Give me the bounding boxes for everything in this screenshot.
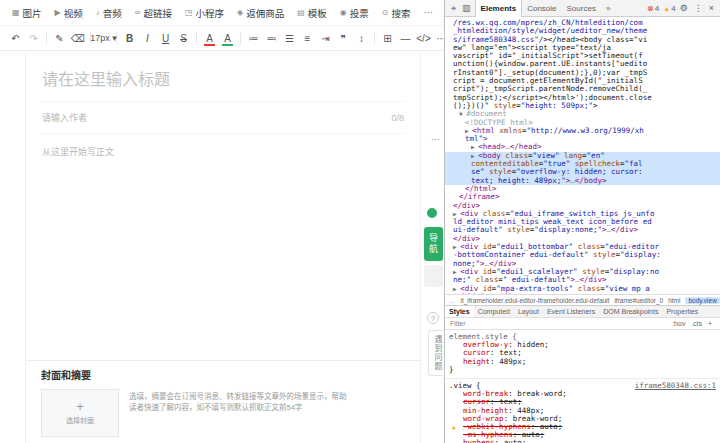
feedback-tab[interactable]: 遇到问题	[428, 330, 443, 376]
styles-tab-computed[interactable]: Computed	[474, 305, 514, 318]
body-input[interactable]: 从这里开始写正文	[42, 145, 404, 158]
filter-toggle-cls[interactable]: .cls	[688, 320, 705, 327]
toolbar-divider	[196, 32, 197, 44]
author-row: 请输入作者 0/8	[42, 102, 404, 134]
tab-icon: ⊙	[382, 8, 389, 17]
font-size-select[interactable]: 17px ▾	[98, 33, 109, 43]
inspect-element-icon[interactable]: ⌖	[449, 3, 458, 14]
align-left-button[interactable]: ☰	[284, 33, 295, 44]
choose-cover-label: 选择封面	[66, 415, 94, 425]
align-center-button[interactable]: ≡	[302, 33, 313, 44]
more-button[interactable]: ⋯	[436, 33, 444, 44]
editor-tab-返佣商品[interactable]: ◈返佣商品	[237, 6, 284, 20]
devtools-menu-icon[interactable]: ⋮	[692, 3, 705, 13]
editor-tab-投票[interactable]: ◉投票	[340, 6, 369, 20]
devtools-tabs: ElementsConsoleSources	[475, 0, 601, 17]
redo-icon[interactable]: ↷	[28, 33, 39, 44]
more-tabs-icon[interactable]: »	[603, 4, 613, 13]
indent-button[interactable]: ⇥	[320, 33, 331, 44]
ordered-list-button[interactable]: ≕	[266, 33, 277, 44]
toolbar-divider	[46, 32, 47, 44]
summary-input[interactable]: 选填，摘要会在订阅号消息、转发链接等文章外的场景显示，帮助读者快速了解内容，如不…	[129, 392, 351, 437]
plus-icon: +	[76, 401, 84, 413]
float-tool-button[interactable]	[424, 265, 443, 287]
title-input[interactable]: 请在这里输入标题	[42, 66, 404, 102]
devtools-tab-elements[interactable]: Elements	[475, 0, 523, 17]
insert-table-button[interactable]: ⊞	[382, 33, 393, 44]
console-badges: ⊗ 4 ▲ 4	[647, 4, 676, 13]
breadcrumb-item[interactable]: it_iframeholder.edui-editor-iframeholder…	[461, 297, 610, 304]
styles-tab-styles[interactable]: Styles	[445, 305, 474, 318]
toolbar-divider	[240, 32, 241, 44]
editor-tab-小程序[interactable]: ◳小程序	[185, 6, 224, 20]
navigation-float-button[interactable]: 导航	[424, 227, 443, 261]
unordered-list-button[interactable]: ≔	[248, 33, 259, 44]
author-input[interactable]: 请输入作者	[42, 111, 87, 124]
warning-count: 4	[671, 4, 675, 13]
breadcrumb-item[interactable]: iframe#ueditor_0	[614, 297, 663, 304]
filter-toggles: :hov.cls+	[669, 320, 715, 327]
author-counter: 0/8	[391, 113, 404, 123]
warning-triangle-icon: ▲	[452, 423, 456, 431]
tab-icon: ◈	[237, 8, 243, 17]
undo-icon[interactable]: ↶	[10, 33, 21, 44]
devtools-tab-sources[interactable]: Sources	[562, 0, 601, 17]
dom-line[interactable]: ui-default" style="display:none;">…</div…	[445, 226, 720, 234]
tab-icon: ▤	[297, 8, 305, 17]
horizontal-rule-button[interactable]: —	[400, 33, 411, 44]
breadcrumb-item[interactable]: html	[668, 297, 680, 304]
rule-close-brace: }	[449, 366, 716, 374]
tab-icon: ◳	[185, 8, 193, 17]
error-badge[interactable]: ⊗ 4	[647, 4, 659, 13]
stylesheet-link[interactable]: iframe580348.css:1	[635, 382, 716, 390]
styles-tab-properties[interactable]: Properties	[662, 305, 702, 318]
code-button[interactable]: </>	[418, 33, 429, 44]
error-icon: ⊗	[647, 4, 654, 13]
css-property[interactable]: height: 489px;	[449, 358, 716, 366]
breadcrumb-ellipsis: …	[449, 297, 456, 304]
eraser-icon[interactable]: ⌫	[72, 33, 83, 44]
tabbar-overflow-icon[interactable]: ⋯	[424, 7, 434, 18]
float-more-icon[interactable]: ⋯	[431, 134, 440, 144]
screen: ▦图片▶视频♪音频∞超链接◳小程序◈返佣商品▤模板◉投票⊙搜索 ⋯ ⊞ ↶↷✎⌫…	[0, 0, 720, 443]
device-toolbar-icon[interactable]: ▥	[460, 3, 473, 13]
underline-button[interactable]: U	[160, 33, 171, 44]
editor-tab-超链接[interactable]: ∞超链接	[135, 6, 172, 20]
styles-tab-layout[interactable]: Layout	[514, 305, 543, 318]
error-count: 4	[655, 4, 659, 13]
breadcrumb-item[interactable]: body.view	[685, 297, 719, 304]
choose-cover-button[interactable]: + 选择封面	[41, 389, 119, 437]
quote-button[interactable]: ❞	[338, 33, 349, 44]
cover-row: + 选择封面 选填，摘要会在订阅号消息、转发链接等文章外的场景显示，帮助读者快速…	[41, 389, 405, 437]
filter-toggle-[interactable]: +	[705, 320, 715, 327]
devtools-tab-console[interactable]: Console	[522, 0, 561, 17]
cover-section-title: 封面和摘要	[41, 367, 405, 382]
format-painter-icon[interactable]: ✎	[54, 33, 65, 44]
close-devtools-icon[interactable]: ×	[707, 3, 716, 13]
dom-line[interactable]: </iframe>	[445, 193, 720, 201]
filter-toggle-hov[interactable]: :hov	[669, 320, 688, 327]
float-status-dot-icon[interactable]	[427, 208, 437, 218]
cover-summary-section: 封面和摘要 + 选择封面 选填，摘要会在订阅号消息、转发链接等文章外的场景显示，…	[25, 360, 421, 443]
styles-tab-dom-breakpoints[interactable]: DOM Breakpoints	[599, 305, 662, 318]
editor-tab-图片[interactable]: ▦图片	[12, 6, 42, 20]
elements-dom-tree: /res.wx.qq.com/mpres/zh_CN/htmledition/c…	[445, 17, 720, 294]
css-property[interactable]: hyphens: auto;	[449, 439, 716, 443]
styles-tab-event-listeners[interactable]: Event Listeners	[543, 305, 599, 318]
highlight-color-button[interactable]: A	[222, 33, 233, 44]
help-button[interactable]: ?	[427, 312, 439, 324]
editor-tab-模板[interactable]: ▤模板	[297, 6, 327, 20]
strikethrough-button[interactable]: S	[178, 33, 189, 44]
font-color-button[interactable]: A	[204, 33, 215, 44]
line-height-button[interactable]: ↕	[356, 33, 367, 44]
italic-button[interactable]: I	[142, 33, 153, 44]
editor-tab-音频[interactable]: ♪音频	[96, 6, 122, 20]
bold-button[interactable]: B	[124, 33, 135, 44]
editor-tab-搜索[interactable]: ⊙搜索	[382, 6, 411, 20]
editor-pane: ▦图片▶视频♪音频∞超链接◳小程序◈返佣商品▤模板◉投票⊙搜索 ⋯ ⊞ ↶↷✎⌫…	[0, 0, 444, 443]
styles-rules: element.style {overflow-y: hidden;cursor…	[445, 330, 720, 443]
styles-filter-input[interactable]: Filter	[450, 320, 466, 327]
warning-badge[interactable]: ▲ 4	[663, 4, 675, 13]
editor-tab-视频[interactable]: ▶视频	[55, 6, 83, 20]
settings-gear-icon[interactable]: ⚙	[678, 3, 690, 13]
